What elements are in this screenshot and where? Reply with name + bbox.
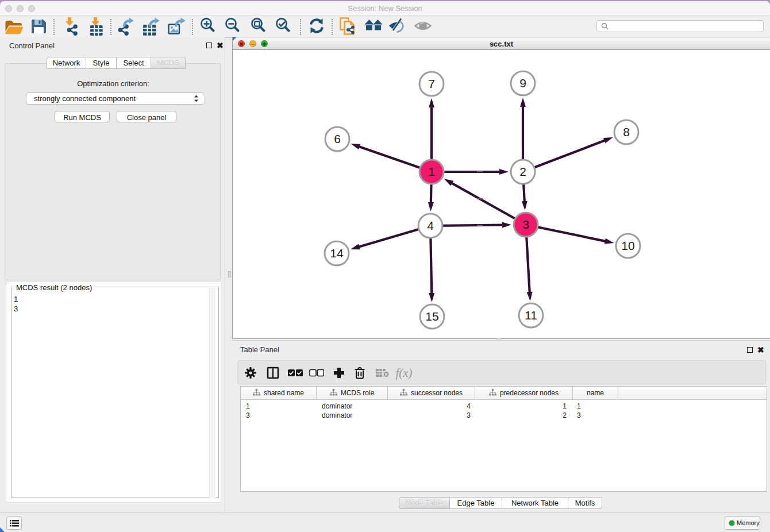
svg-text:15: 15 bbox=[425, 310, 438, 323]
svg-text:8: 8 bbox=[623, 125, 630, 138]
svg-text:1: 1 bbox=[428, 165, 435, 178]
svg-text:4: 4 bbox=[427, 219, 434, 232]
svg-text:7: 7 bbox=[428, 77, 435, 90]
svg-text:14: 14 bbox=[330, 246, 344, 260]
svg-text:9: 9 bbox=[519, 76, 526, 90]
svg-text:11: 11 bbox=[525, 309, 537, 322]
svg-text:10: 10 bbox=[621, 239, 634, 252]
svg-text:2: 2 bbox=[519, 165, 526, 178]
svg-text:6: 6 bbox=[334, 132, 341, 145]
svg-text:3: 3 bbox=[522, 218, 529, 231]
